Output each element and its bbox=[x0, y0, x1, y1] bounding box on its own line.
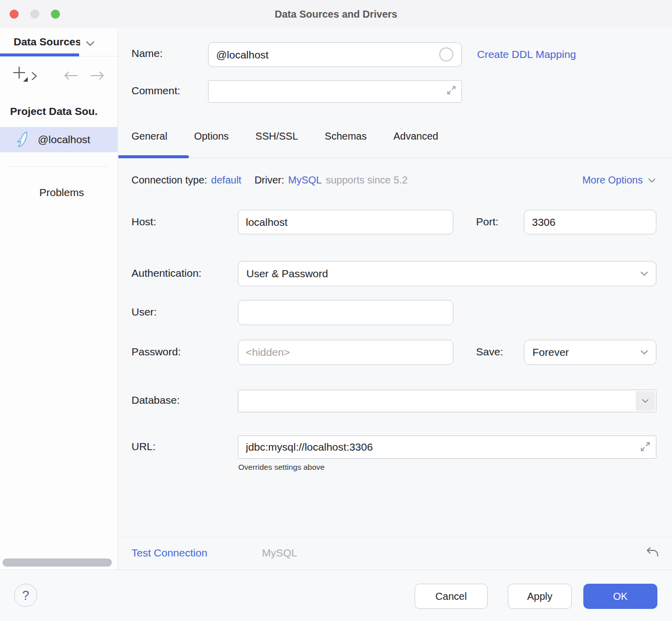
help-button[interactable]: ? bbox=[14, 584, 37, 607]
save-select[interactable]: Forever bbox=[524, 340, 656, 365]
arrow-right-icon[interactable] bbox=[90, 71, 106, 81]
sidebar: Data Sources Project Data Sou. @localhos… bbox=[0, 28, 118, 570]
chevron-down-icon bbox=[640, 271, 649, 277]
more-options-button[interactable]: More Options bbox=[582, 174, 656, 186]
url-label: URL: bbox=[131, 441, 156, 453]
save-value: Forever bbox=[532, 346, 569, 358]
apply-button[interactable]: Apply bbox=[508, 584, 572, 609]
test-strip-divider bbox=[118, 537, 672, 537]
port-label: Port: bbox=[476, 216, 498, 228]
tab-schemas[interactable]: Schemas bbox=[325, 131, 367, 142]
password-input[interactable] bbox=[238, 340, 453, 365]
expand-icon[interactable] bbox=[639, 441, 651, 453]
ok-button[interactable]: OK bbox=[583, 584, 657, 609]
host-label: Host: bbox=[131, 216, 156, 228]
arrow-left-icon[interactable] bbox=[62, 71, 79, 81]
database-label: Database: bbox=[131, 394, 180, 406]
sidebar-tab-data-sources[interactable]: Data Sources bbox=[14, 36, 80, 48]
sidebar-tab-active-indicator bbox=[0, 53, 79, 56]
tabbar-divider bbox=[118, 158, 672, 158]
database-dropdown-button[interactable] bbox=[636, 391, 655, 411]
tab-advanced[interactable]: Advanced bbox=[393, 131, 438, 142]
sidebar-item-problems[interactable]: Problems bbox=[39, 187, 84, 199]
host-input[interactable] bbox=[238, 210, 453, 234]
expand-icon[interactable] bbox=[446, 85, 457, 96]
tab-general[interactable]: General bbox=[131, 131, 167, 142]
chevron-down-icon[interactable] bbox=[85, 40, 96, 47]
cancel-button[interactable]: Cancel bbox=[415, 584, 488, 609]
user-input[interactable] bbox=[238, 300, 453, 325]
tab-ssh-ssl[interactable]: SSH/SSL bbox=[255, 131, 298, 142]
help-question-icon: ? bbox=[22, 588, 29, 603]
settings-tabbar: General Options SSH/SSL Schemas Advanced bbox=[131, 131, 438, 142]
sidebar-section-header: Project Data Sou. bbox=[10, 105, 98, 117]
comment-label: Comment: bbox=[131, 85, 180, 97]
comment-input[interactable] bbox=[208, 80, 462, 103]
port-input[interactable] bbox=[524, 210, 656, 234]
mysql-dolphin-icon bbox=[16, 131, 30, 148]
chevron-down-icon bbox=[641, 398, 649, 404]
user-label: User: bbox=[131, 306, 157, 318]
password-label: Password: bbox=[131, 346, 181, 358]
name-label: Name: bbox=[131, 47, 163, 59]
horizontal-scrollbar[interactable] bbox=[3, 558, 112, 567]
save-label: Save: bbox=[476, 346, 503, 358]
add-data-source-button[interactable] bbox=[12, 66, 29, 83]
chevron-down-icon bbox=[640, 349, 649, 355]
create-ddl-mapping-link[interactable]: Create DDL Mapping bbox=[477, 48, 576, 60]
connection-type-label: Connection type: bbox=[131, 174, 207, 186]
driver-label: Driver: bbox=[254, 174, 284, 186]
sidebar-divider bbox=[9, 166, 108, 167]
tab-options[interactable]: Options bbox=[194, 131, 229, 142]
titlebar: Data Sources and Drivers bbox=[0, 0, 672, 28]
footer: ? Cancel Apply OK bbox=[0, 570, 672, 621]
authentication-select[interactable]: User & Password bbox=[238, 261, 656, 286]
driver-support-note: supports since 5.2 bbox=[326, 174, 408, 186]
url-input[interactable] bbox=[238, 436, 656, 459]
sidebar-item-label: @localhost bbox=[38, 134, 90, 146]
url-override-note: Overrides settings above bbox=[238, 463, 324, 472]
driver-link[interactable]: MySQL bbox=[288, 174, 322, 186]
more-options-label: More Options bbox=[582, 174, 643, 186]
authentication-value: User & Password bbox=[246, 268, 328, 280]
test-driver-name: MySQL bbox=[262, 547, 297, 559]
progress-circle-icon bbox=[439, 47, 453, 61]
main-panel: Name: Create DDL Mapping Comment: Genera… bbox=[118, 28, 672, 570]
revert-icon[interactable] bbox=[645, 545, 659, 560]
connection-info-bar: Connection type: default Driver: MySQL s… bbox=[131, 174, 408, 186]
connection-type-link[interactable]: default bbox=[211, 174, 241, 186]
name-input[interactable] bbox=[208, 42, 462, 67]
chevron-right-icon[interactable] bbox=[30, 71, 38, 82]
database-combobox[interactable] bbox=[238, 390, 656, 412]
chevron-down-icon bbox=[647, 177, 656, 183]
test-connection-link[interactable]: Test Connection bbox=[131, 547, 208, 559]
window-title: Data Sources and Drivers bbox=[0, 0, 672, 28]
sidebar-item-localhost[interactable]: @localhost bbox=[0, 127, 117, 152]
authentication-label: Authentication: bbox=[131, 267, 201, 279]
active-tab-indicator bbox=[118, 155, 189, 158]
